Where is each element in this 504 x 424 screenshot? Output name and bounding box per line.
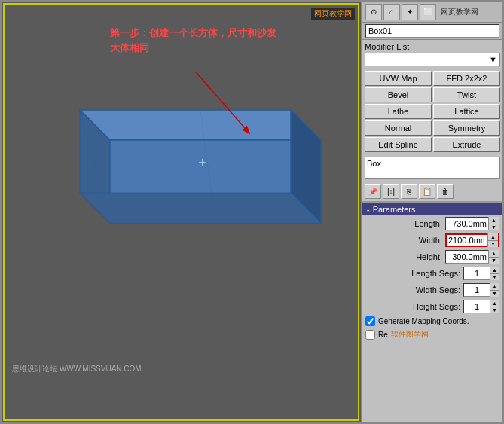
viewport-inner: 第一步：创建一个长方体，尺寸和沙发 大体相同 思维设计论坛 WWW.MISSVU… <box>3 3 359 421</box>
site-url: 网页教学网 <box>441 7 478 17</box>
length-spin-up[interactable]: ▲ <box>489 217 499 224</box>
height-segs-group: ▲ ▼ <box>463 300 499 313</box>
height-segs-label: Height Segs: <box>365 302 460 311</box>
height-segs-input[interactable] <box>464 302 490 311</box>
collapse-btn[interactable]: - <box>367 205 370 214</box>
height-label: Height: <box>365 252 442 261</box>
generate-mapping-row: Generate Mapping Coords. <box>362 315 502 328</box>
height-spin-up[interactable]: ▲ <box>489 250 499 258</box>
length-input-group: ▲ ▼ <box>445 217 499 230</box>
toolbar-btn-4[interactable]: ⬜ <box>420 4 436 20</box>
real-world-checkbox[interactable] <box>365 330 375 340</box>
btn-twist[interactable]: Twist <box>433 87 500 102</box>
stack-list[interactable]: Box <box>365 157 500 179</box>
length-spinner: ▲ ▼ <box>488 217 499 230</box>
height-input-group: ▲ ▼ <box>445 250 499 264</box>
length-segs-row: Length Segs: ▲ ▼ <box>362 265 502 282</box>
real-world-label: Re <box>378 331 388 339</box>
btn-symmetry[interactable]: Symmetry <box>433 120 500 136</box>
modifier-section: Modifier List ▼ <box>362 40 502 69</box>
object-name-input[interactable] <box>365 24 499 38</box>
site-watermark: 网页教学网 <box>311 8 355 20</box>
length-row: Length: ▲ ▼ <box>362 215 502 232</box>
paste-btn[interactable]: 📋 <box>419 184 435 199</box>
top-toolbar: ⊙ ⌂ ✦ ⬜ 网页教学网 <box>362 2 502 23</box>
width-segs-spin-up[interactable]: ▲ <box>490 283 499 291</box>
delete-btn[interactable]: 🗑 <box>437 184 454 199</box>
height-row: Height: ▲ ▼ <box>362 249 502 265</box>
height-segs-spin-up[interactable]: ▲ <box>490 300 499 307</box>
modifier-dropdown[interactable]: ▼ <box>365 53 500 66</box>
height-input[interactable] <box>446 252 488 261</box>
right-panel: ⊙ ⌂ ✦ ⬜ 网页教学网 Modifier List ▼ UVW Map FF… <box>361 2 502 422</box>
watermark: 思维设计论坛 WWW.MISSVUAN.COM <box>12 364 142 374</box>
btn-ffd[interactable]: FFD 2x2x2 <box>433 71 500 86</box>
width-spin-up[interactable]: ▲ <box>488 233 498 241</box>
width-segs-input[interactable] <box>464 285 490 294</box>
length-segs-label: Length Segs: <box>365 269 460 278</box>
length-input[interactable] <box>446 219 488 228</box>
width-input-group: ▲ ▼ <box>445 233 499 247</box>
btn-lattice[interactable]: Lattice <box>433 104 500 119</box>
modifier-buttons: UVW Map FFD 2x2x2 Bevel Twist Lathe Latt… <box>362 69 502 154</box>
copy-btn[interactable]: ⎘ <box>401 184 417 199</box>
dropdown-arrow: ▼ <box>489 55 497 64</box>
height-segs-spinner: ▲ ▼ <box>490 300 499 313</box>
params-title: Parameters <box>373 205 416 214</box>
stack-toolbar: 📌 |↕| ⎘ 📋 🗑 <box>362 181 502 201</box>
viewport[interactable]: 第一步：创建一个长方体，尺寸和沙发 大体相同 思维设计论坛 WWW.MISSVU… <box>2 2 361 422</box>
object-name-bar <box>362 23 502 40</box>
length-segs-spin-up[interactable]: ▲ <box>490 267 499 274</box>
svg-marker-0 <box>80 110 321 140</box>
generate-mapping-checkbox[interactable] <box>365 316 375 326</box>
generate-mapping-label: Generate Mapping Coords. <box>378 317 469 325</box>
toolbar-btn-3[interactable]: ✦ <box>402 4 418 20</box>
width-segs-spin-down[interactable]: ▼ <box>490 291 499 297</box>
width-segs-group: ▲ ▼ <box>463 283 499 297</box>
pin-btn[interactable]: 📌 <box>365 184 381 199</box>
length-segs-spin-down[interactable]: ▼ <box>490 274 499 281</box>
toolbar-btn-1[interactable]: ⊙ <box>365 4 382 20</box>
annotation-text: 第一步：创建一个长方体，尺寸和沙发 大体相同 <box>110 26 276 55</box>
width-spinner: ▲ ▼ <box>487 233 498 247</box>
height-spinner: ▲ ▼ <box>488 250 499 264</box>
width-row: Width: ▲ ▼ <box>362 232 502 249</box>
real-world-row: Re 软件图学网 <box>362 328 502 341</box>
width-segs-label: Width Segs: <box>365 285 460 294</box>
show-btn[interactable]: |↕| <box>383 184 399 199</box>
3d-box <box>27 65 328 261</box>
width-segs-spinner: ▲ ▼ <box>490 283 499 297</box>
btn-normal[interactable]: Normal <box>365 120 432 136</box>
main-container: 第一步：创建一个长方体，尺寸和沙发 大体相同 思维设计论坛 WWW.MISSVU… <box>0 0 504 424</box>
width-label: Width: <box>365 236 442 245</box>
params-header: - Parameters <box>362 203 502 215</box>
width-spin-down[interactable]: ▼ <box>488 241 498 248</box>
length-label: Length: <box>365 219 442 228</box>
btn-extrude[interactable]: Extrude <box>433 137 500 152</box>
btn-bevel[interactable]: Bevel <box>365 87 432 102</box>
svg-marker-4 <box>80 193 321 223</box>
toolbar-btn-2[interactable]: ⌂ <box>383 4 400 20</box>
params-section: - Parameters Length: ▲ ▼ Width: <box>362 203 502 422</box>
btn-uvw-map[interactable]: UVW Map <box>365 71 432 86</box>
stack-section: Box <box>362 154 502 181</box>
height-segs-row: Height Segs: ▲ ▼ <box>362 298 502 315</box>
rjzxw-label: 软件图学网 <box>391 329 429 340</box>
length-segs-input[interactable] <box>464 269 490 278</box>
btn-lathe[interactable]: Lathe <box>365 104 432 119</box>
height-spin-down[interactable]: ▼ <box>489 258 499 264</box>
length-segs-group: ▲ ▼ <box>463 267 499 280</box>
stack-item: Box <box>367 159 498 168</box>
modifier-list-label: Modifier List <box>365 42 500 51</box>
length-spin-down[interactable]: ▼ <box>489 224 499 231</box>
btn-edit-spline[interactable]: Edit Spline <box>365 137 432 152</box>
width-segs-row: Width Segs: ▲ ▼ <box>362 282 502 298</box>
width-input[interactable] <box>447 236 487 245</box>
height-segs-spin-down[interactable]: ▼ <box>490 307 499 314</box>
length-segs-spinner: ▲ ▼ <box>490 267 499 280</box>
